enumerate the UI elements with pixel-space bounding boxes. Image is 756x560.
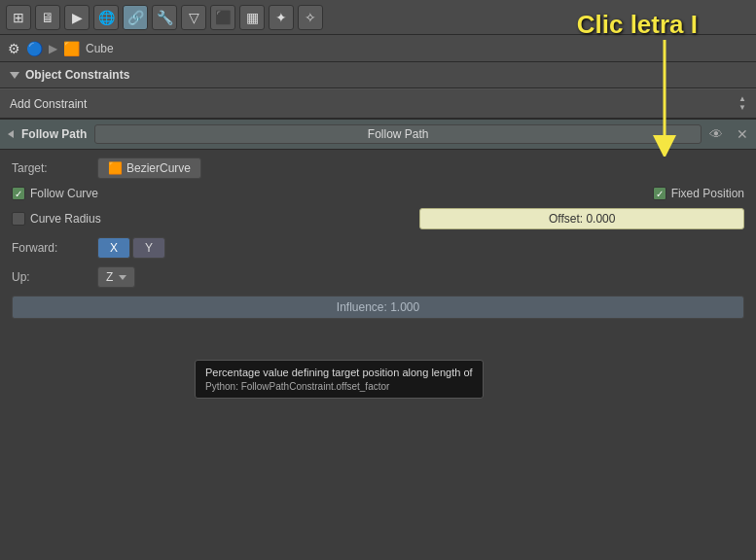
forward-y-button[interactable]: Y — [132, 237, 165, 259]
section-title: Object Constraints — [25, 68, 129, 82]
toolbar-icon-grid2[interactable]: ▦ — [239, 5, 265, 30]
fixed-position-label: Fixed Position — [671, 187, 744, 200]
toolbar-icon-grid[interactable]: ⊞ — [6, 5, 31, 30]
toolbar-icon-link[interactable]: 🔗 — [123, 5, 148, 30]
curve-radius-label: Curve Radius — [30, 212, 101, 226]
checkboxes-row: ✓ Follow Curve ✓ Fixed Position — [12, 187, 744, 200]
arrow-up-icon: ▲ — [738, 95, 746, 103]
forward-x-button[interactable]: X — [97, 237, 130, 259]
curve-radius-checkbox[interactable] — [12, 212, 25, 226]
close-icon[interactable]: ✕ — [737, 126, 748, 142]
follow-curve-checkbox[interactable]: ✓ — [12, 187, 25, 200]
target-value: BezierCurve — [126, 161, 191, 175]
tooltip-box: Percentage value defining target positio… — [195, 360, 484, 399]
toolbar-icon-triangle[interactable]: ▽ — [181, 5, 206, 30]
add-constraint-arrows: ▲ ▼ — [738, 95, 746, 112]
breadcrumb-separator: ▶ — [49, 42, 57, 55]
forward-axis-group: X Y — [97, 237, 165, 259]
constraint-collapse-icon[interactable] — [8, 130, 14, 138]
tooltip-main-text: Percentage value defining target positio… — [205, 367, 473, 378]
up-row: Up: Z — [12, 266, 744, 288]
follow-curve-item: ✓ Follow Curve — [12, 187, 98, 200]
influence-bar[interactable]: Influence: 1.000 — [12, 296, 744, 319]
offset-button[interactable]: Offset: 0.000 — [419, 208, 744, 229]
toolbar-icon-screen[interactable]: 🖥 — [35, 5, 60, 30]
target-label: Target: — [12, 161, 90, 175]
cube-icon: 🟧 — [63, 41, 80, 56]
up-dropdown[interactable]: Z — [97, 266, 135, 288]
target-field[interactable]: 🟧 BezierCurve — [97, 158, 201, 179]
eye-icon[interactable]: 👁 — [709, 126, 723, 142]
constraint-name: Follow Path — [21, 127, 87, 141]
forward-row: Forward: X Y — [12, 237, 744, 259]
toolbar-icon-render[interactable]: ▶ — [64, 5, 90, 30]
arrow-down-icon: ▼ — [738, 104, 746, 112]
home-icon: ⚙ — [8, 41, 20, 56]
tooltip-python-text: Python: FollowPathConstraint.offset_fact… — [205, 381, 473, 392]
fixed-position-checkbox[interactable]: ✓ — [653, 187, 666, 200]
toolbar-icon-square[interactable]: ⬛ — [210, 5, 235, 30]
annotation: Clic letra I — [577, 10, 698, 157]
annotation-arrow — [635, 40, 694, 157]
constraint-body: Target: 🟧 BezierCurve ✓ Follow Curve ✓ F… — [0, 150, 756, 327]
follow-curve-label: Follow Curve — [30, 187, 98, 200]
fixed-position-item: ✓ Fixed Position — [653, 187, 744, 200]
curve-radius-offset-row: Curve Radius Offset: 0.000 — [12, 208, 744, 229]
target-cube-icon: 🟧 — [108, 161, 123, 175]
breadcrumb-cube: Cube — [86, 42, 114, 55]
toolbar-icon-wrench[interactable]: 🔧 — [152, 5, 177, 30]
arrow-icon: 🔵 — [26, 41, 43, 56]
up-label: Up: — [12, 270, 90, 284]
toolbar-icon-sparkle[interactable]: ✧ — [298, 5, 323, 30]
target-row: Target: 🟧 BezierCurve — [12, 158, 744, 179]
curve-radius-item: Curve Radius — [12, 212, 101, 226]
up-value: Z — [106, 270, 113, 284]
annotation-text: Clic letra I — [577, 10, 698, 39]
add-constraint-label: Add Constraint — [10, 97, 87, 111]
toolbar-icon-globe[interactable]: 🌐 — [93, 5, 119, 30]
section-collapse-icon[interactable] — [10, 72, 19, 79]
forward-label: Forward: — [12, 241, 90, 255]
dropdown-arrow-icon — [119, 275, 126, 280]
toolbar-icon-star[interactable]: ✦ — [269, 5, 294, 30]
